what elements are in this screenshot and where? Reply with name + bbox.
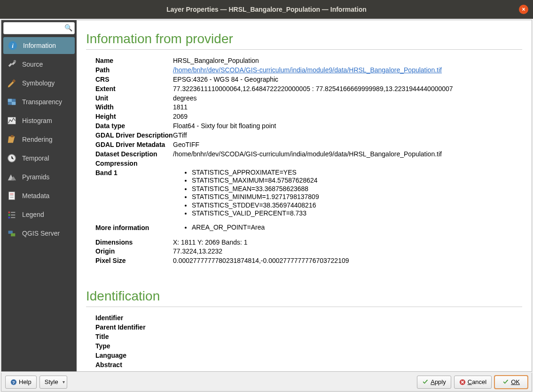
label-height: Height — [95, 112, 173, 121]
window-title: Layer Properties — HRSL_Bangalore_Popula… — [166, 6, 367, 13]
rendering-icon — [6, 134, 17, 145]
sidebar-item-label: Source — [22, 61, 43, 68]
close-icon[interactable]: × — [519, 5, 528, 14]
value-name: HRSL_Bangalore_Population — [173, 56, 522, 65]
value-unit: degrees — [173, 94, 522, 103]
label-abstract: Abstract — [95, 361, 173, 369]
value-extent: 77.3223611110000064,12.6484722220000005 … — [173, 85, 522, 93]
ok-icon — [502, 379, 509, 385]
svg-rect-6 — [12, 102, 16, 105]
content-pane[interactable]: Information from provider NameHRSL_Banga… — [77, 20, 532, 371]
info-icon: i — [7, 40, 18, 51]
band1-item: STATISTICS_APPROXIMATE=YES — [192, 169, 522, 177]
brush-icon — [6, 77, 17, 89]
section-title-identification: Identification — [86, 289, 522, 304]
sidebar-item-metadata[interactable]: Metadata — [1, 186, 77, 205]
value-dimensions: X: 1811 Y: 2069 Bands: 1 — [173, 238, 522, 247]
ok-button[interactable]: OK — [494, 376, 528, 389]
band1-item: STATISTICS_MAXIMUM=84.57587628624 — [192, 177, 522, 185]
value-width: 1811 — [173, 103, 522, 112]
sidebar-item-qgis-server[interactable]: QGIS Server — [1, 224, 77, 243]
svg-rect-14 — [8, 212, 10, 214]
sidebar-item-symbology[interactable]: Symbology — [1, 74, 77, 92]
metadata-icon — [6, 190, 17, 201]
sidebar-item-label: Rendering — [22, 136, 53, 143]
footer-button-bar: ? Help Style Apply Cancel OK — [1, 373, 532, 392]
label-pixelsize: Pixel Size — [95, 256, 173, 265]
label-crs: CRS — [95, 75, 173, 84]
server-icon — [6, 228, 17, 239]
wrench-icon — [6, 59, 17, 70]
sidebar-item-pyramids[interactable]: Pyramids — [1, 168, 77, 186]
search-input[interactable]: 🔍 — [3, 22, 75, 34]
cancel-button[interactable]: Cancel — [454, 376, 492, 389]
moreinfo-list: AREA_OR_POINT=Area — [173, 223, 522, 232]
section-title-provider: Information from provider — [86, 31, 522, 46]
label-path: Path — [95, 66, 173, 75]
svg-rect-20 — [8, 231, 13, 234]
label-dsdesc: Dataset Description — [95, 150, 173, 159]
titlebar: Layer Properties — HRSL_Bangalore_Popula… — [0, 0, 533, 19]
svg-rect-16 — [8, 217, 10, 219]
label-gdaldesc: GDAL Driver Description — [95, 131, 173, 140]
svg-text:i: i — [12, 43, 14, 49]
apply-label: Apply — [431, 378, 446, 385]
style-label: Style — [45, 378, 58, 385]
value-path-link[interactable]: /home/bnhr/dev/SCODA/GIS-curriculum/indi… — [173, 66, 442, 74]
pyramids-icon — [6, 171, 17, 183]
band1-item: STATISTICS_VALID_PERCENT=8.733 — [192, 209, 522, 218]
value-pixelsize: 0.0002777777780231874814,-0.000277777777… — [173, 256, 522, 265]
value-height: 2069 — [173, 112, 522, 121]
label-language: Language — [95, 351, 173, 360]
apply-button[interactable]: Apply — [417, 376, 451, 389]
sidebar-item-label: Temporal — [22, 154, 49, 162]
sidebar-item-label: Metadata — [22, 192, 49, 200]
divider — [86, 49, 522, 50]
band1-item: STATISTICS_MEAN=33.368758623688 — [192, 185, 522, 193]
sidebar-item-label: Histogram — [22, 117, 52, 124]
legend-icon — [6, 209, 17, 220]
ok-label: OK — [511, 378, 520, 385]
sidebar-item-label: Information — [23, 42, 56, 49]
band1-item: STATISTICS_STDDEV=38.356974408216 — [192, 201, 522, 210]
band1-item: STATISTICS_MINIMUM=1.9271798137809 — [192, 193, 522, 201]
svg-rect-8 — [11, 135, 14, 138]
sidebar-item-label: Transparency — [22, 98, 62, 106]
label-gdalmeta: GDAL Driver Metadata — [95, 140, 173, 149]
transparency-icon — [6, 96, 17, 108]
label-compression: Compression — [95, 159, 173, 168]
label-moreinfo: More information — [95, 223, 173, 232]
cancel-label: Cancel — [468, 378, 486, 385]
sidebar-item-legend[interactable]: Legend — [1, 205, 77, 224]
svg-rect-5 — [8, 99, 12, 102]
label-band1: Band 1 — [95, 169, 173, 177]
value-datatype: Float64 - Sixty four bit floating point — [173, 122, 522, 131]
label-extent: Extent — [95, 85, 173, 93]
style-button[interactable]: Style — [39, 376, 67, 389]
sidebar-item-source[interactable]: Source — [1, 55, 77, 74]
help-button[interactable]: ? Help — [5, 376, 37, 389]
moreinfo-item: AREA_OR_POINT=Area — [192, 223, 522, 232]
value-gdalmeta: GeoTIFF — [173, 140, 522, 149]
value-crs: EPSG:4326 - WGS 84 - Geographic — [173, 75, 522, 84]
cancel-icon — [459, 379, 466, 385]
sidebar-item-information[interactable]: i Information — [3, 37, 75, 54]
clock-icon — [6, 153, 17, 164]
svg-rect-15 — [8, 214, 10, 216]
label-dimensions: Dimensions — [95, 238, 173, 247]
sidebar-item-transparency[interactable]: Transparency — [1, 92, 77, 111]
label-datatype: Data type — [95, 122, 173, 131]
sidebar-item-temporal[interactable]: Temporal — [1, 149, 77, 168]
sidebar-item-histogram[interactable]: Histogram — [1, 111, 77, 130]
svg-rect-21 — [11, 233, 15, 236]
svg-text:?: ? — [12, 379, 15, 384]
label-title: Title — [95, 332, 173, 341]
check-icon — [422, 379, 429, 385]
label-width: Width — [95, 103, 173, 112]
histogram-icon — [6, 115, 17, 126]
sidebar-item-label: Pyramids — [22, 173, 49, 181]
sidebar-item-label: QGIS Server — [22, 230, 60, 237]
sidebar-item-rendering[interactable]: Rendering — [1, 130, 77, 149]
label-identifier: Identifier — [95, 314, 173, 323]
sidebar-item-label: Symbology — [22, 79, 55, 87]
